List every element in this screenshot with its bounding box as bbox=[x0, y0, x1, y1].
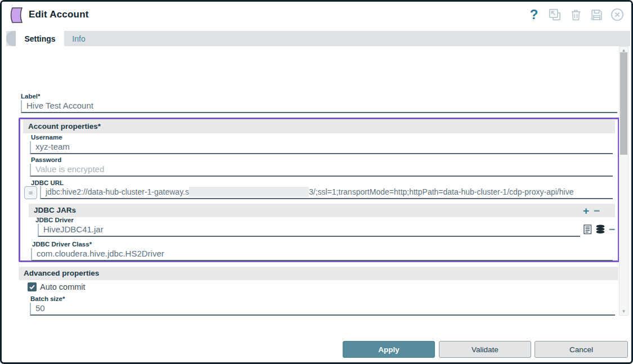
tab-info[interactable]: Info bbox=[64, 31, 93, 46]
validate-button[interactable]: Validate bbox=[439, 341, 531, 358]
tab-bar: Settings Info bbox=[6, 31, 630, 46]
advanced-properties-header: Advanced properties bbox=[19, 267, 618, 280]
username-label: Username bbox=[31, 134, 62, 141]
jdbc-url-input[interactable]: jdbc:hive2://data-hub-cluster-1-gateway.… bbox=[40, 186, 613, 199]
database-icon[interactable] bbox=[595, 224, 605, 234]
username-input[interactable] bbox=[30, 141, 613, 154]
jdbc-driver-label: JDBC Driver bbox=[35, 217, 74, 223]
jdbc-jars-header: JDBC JARs bbox=[29, 204, 615, 217]
label-input[interactable] bbox=[21, 100, 617, 113]
save-icon[interactable] bbox=[589, 7, 604, 22]
jdbc-url-prefix: jdbc:hive2://data-hub-cluster-1-gateway.… bbox=[46, 187, 189, 196]
cancel-button[interactable]: Cancel bbox=[535, 341, 628, 358]
plus-icon[interactable]: + bbox=[583, 205, 589, 216]
tab-settings[interactable]: Settings bbox=[16, 31, 64, 46]
dialog-title: Edit Account bbox=[29, 9, 89, 20]
settings-form: Label* Account properties* Username Pass… bbox=[2, 46, 621, 316]
file-icon[interactable] bbox=[583, 224, 592, 235]
jdbc-jars-actions: + − bbox=[583, 205, 600, 216]
edit-account-dialog: Edit Account ? bbox=[0, 0, 633, 364]
password-input[interactable] bbox=[30, 164, 613, 177]
scroll-down-arrow[interactable]: ▼ bbox=[619, 309, 628, 314]
jdbc-url-label: JDBC URL bbox=[31, 179, 64, 186]
password-label: Password bbox=[31, 156, 61, 163]
account-properties-header: Account properties* bbox=[23, 120, 615, 133]
batch-size-label: Batch size* bbox=[30, 295, 65, 302]
header-icons: ? bbox=[527, 7, 625, 22]
tab-bar-cap bbox=[6, 31, 16, 46]
jdbc-url-suffix: 3/;ssl=1;transportMode=http;httpPath=dat… bbox=[309, 187, 573, 196]
auto-commit-label: Auto commit bbox=[40, 282, 86, 291]
expression-operator-button[interactable]: = bbox=[24, 186, 37, 199]
close-icon[interactable] bbox=[610, 7, 625, 22]
minus-icon[interactable]: − bbox=[594, 205, 600, 216]
jdbc-driver-class-input[interactable] bbox=[31, 248, 613, 261]
minus-icon[interactable]: − bbox=[609, 224, 615, 235]
vertical-scrollbar[interactable]: ▲ ▼ bbox=[619, 46, 628, 316]
help-icon[interactable]: ? bbox=[527, 7, 541, 22]
export-icon[interactable] bbox=[547, 7, 562, 22]
scroll-thumb[interactable] bbox=[620, 52, 627, 155]
jdbc-driver-class-label: JDBC Driver Class* bbox=[32, 241, 92, 248]
auto-commit-checkbox[interactable] bbox=[28, 282, 37, 291]
delete-icon[interactable] bbox=[568, 7, 583, 22]
account-icon bbox=[8, 6, 25, 24]
jdbc-driver-actions: − bbox=[583, 224, 615, 235]
label-field-label: Label* bbox=[21, 93, 41, 100]
jdbc-driver-input[interactable] bbox=[38, 224, 580, 237]
apply-button[interactable]: Apply bbox=[343, 341, 435, 358]
titlebar: Edit Account ? bbox=[2, 2, 631, 30]
check-icon bbox=[29, 284, 35, 290]
redacted-region bbox=[189, 187, 309, 197]
batch-size-input[interactable] bbox=[30, 303, 615, 316]
